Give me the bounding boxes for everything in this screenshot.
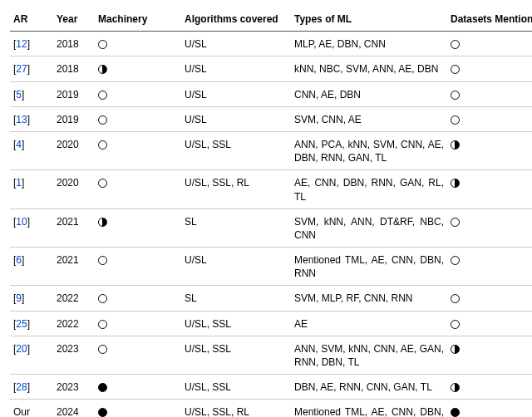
cell-datasets [447, 170, 532, 208]
table-row: [6]2021U/SLMentioned TML, AE, CNN, DBN, … [10, 248, 532, 286]
cell-algorithms: U/SL [181, 248, 291, 286]
harvey-ball-empty-icon [451, 320, 460, 329]
cell-year: 2021 [53, 248, 95, 286]
cell-ar: [12] [10, 32, 53, 56]
harvey-ball-empty-icon [451, 40, 460, 49]
cell-machinery [95, 375, 181, 400]
cell-ar: [10] [10, 208, 53, 247]
cell-year: 2022 [53, 311, 95, 336]
reference-link[interactable]: 25 [16, 318, 27, 330]
table-row: [20]2023U/SL, SSLANN, SVM, kNN, CNN, AE,… [10, 336, 532, 374]
cell-algorithms: SL [181, 286, 291, 311]
cell-year: 2020 [53, 131, 95, 169]
cell-year: 2023 [53, 375, 95, 400]
cell-machinery [95, 56, 181, 81]
table-row: [12]2018U/SLMLP, AE, DBN, CNN [10, 32, 532, 56]
cell-algorithms: U/SL, SSL [181, 131, 291, 169]
header-row: AR Year Machinery Algorithms covered Typ… [10, 7, 532, 32]
harvey-ball-half-icon [451, 383, 460, 392]
cell-algorithms: U/SL, SSL [181, 336, 291, 374]
cell-machinery [95, 106, 181, 131]
harvey-ball-full-icon [98, 408, 107, 417]
cell-year: 2018 [53, 56, 95, 81]
reference-link[interactable]: 13 [16, 114, 27, 125]
cell-datasets [447, 56, 532, 81]
cell-machinery [95, 336, 181, 374]
harvey-ball-empty-icon [98, 40, 107, 49]
cell-algorithms: SL [181, 208, 291, 247]
header-year: Year [53, 7, 95, 32]
harvey-ball-empty-icon [451, 256, 460, 265]
cell-types-ml: ANN, SVM, kNN, CNN, AE, GAN, RNN, DBN, T… [291, 336, 447, 374]
header-types-ml: Types of ML [291, 7, 447, 32]
table-row: [4]2020U/SL, SSLANN, PCA, kNN, SVM, CNN,… [10, 131, 532, 169]
reference-link[interactable]: 27 [16, 63, 27, 75]
cell-types-ml: DBN, AE, RNN, CNN, GAN, TL [291, 375, 447, 400]
cell-datasets [447, 248, 532, 286]
cell-types-ml: AE [291, 311, 447, 336]
cell-types-ml: SVM, CNN, AE [291, 106, 447, 131]
cell-year: 2019 [53, 106, 95, 131]
cell-types-ml: CNN, AE, DBN [291, 81, 447, 106]
harvey-ball-empty-icon [98, 91, 107, 100]
reference-link[interactable]: 1 [16, 177, 22, 189]
harvey-ball-half-icon [451, 345, 460, 354]
cell-ar: [6] [10, 248, 53, 286]
cell-machinery [95, 248, 181, 286]
reference-link[interactable]: 20 [16, 343, 27, 355]
reference-link[interactable]: 6 [16, 254, 22, 266]
harvey-ball-full-icon [98, 383, 107, 392]
header-machinery: Machinery [95, 7, 181, 32]
cell-datasets [447, 106, 532, 131]
reference-label: Our Review [13, 406, 46, 417]
cell-types-ml: Mentioned TML, AE, CNN, DBN, RNN, GAN, R… [291, 400, 447, 417]
cell-ar: Our Review [10, 400, 53, 417]
cell-year: 2023 [53, 336, 95, 374]
cell-machinery [95, 311, 181, 336]
cell-algorithms: U/SL [181, 56, 291, 81]
cell-ar: [5] [10, 81, 53, 106]
cell-year: 2024 [53, 400, 95, 417]
reference-link[interactable]: 10 [16, 216, 27, 228]
cell-datasets [447, 81, 532, 106]
cell-machinery [95, 81, 181, 106]
harvey-ball-half-icon [98, 65, 107, 74]
harvey-ball-half-icon [451, 179, 460, 188]
table-row: [10]2021SLSVM, kNN, ANN, DT&RF, NBC, CNN [10, 208, 532, 247]
cell-datasets [447, 311, 532, 336]
cell-year: 2019 [53, 81, 95, 106]
cell-machinery [95, 400, 181, 417]
reference-link[interactable]: 12 [16, 38, 27, 50]
table-row: Our Review2024U/SL, SSL, RLMentioned TML… [10, 400, 532, 417]
harvey-ball-half-icon [98, 218, 107, 227]
table-row: [25]2022U/SL, SSLAE [10, 311, 532, 336]
cell-machinery [95, 286, 181, 311]
harvey-ball-empty-icon [451, 91, 460, 100]
header-datasets: Datasets Mentioned [447, 7, 532, 32]
comparison-table: AR Year Machinery Algorithms covered Typ… [10, 7, 532, 417]
reference-link[interactable]: 9 [16, 292, 22, 304]
harvey-ball-empty-icon [451, 294, 460, 303]
cell-ar: [13] [10, 106, 53, 131]
reference-link[interactable]: 5 [16, 89, 22, 101]
header-algorithms: Algorithms covered [181, 7, 291, 32]
cell-ar: [25] [10, 311, 53, 336]
header-ar: AR [10, 7, 53, 32]
cell-algorithms: U/SL [181, 32, 291, 56]
cell-algorithms: U/SL, SSL, RL [181, 170, 291, 208]
cell-machinery [95, 170, 181, 208]
cell-datasets [447, 32, 532, 56]
cell-ar: [4] [10, 131, 53, 169]
reference-link[interactable]: 28 [16, 381, 27, 393]
cell-datasets [447, 131, 532, 169]
reference-link[interactable]: 4 [16, 139, 22, 150]
cell-ar: [28] [10, 375, 53, 400]
cell-types-ml: Mentioned TML, AE, CNN, DBN, RNN [291, 248, 447, 286]
cell-datasets [447, 286, 532, 311]
harvey-ball-empty-icon [451, 115, 460, 125]
cell-algorithms: U/SL [181, 106, 291, 131]
cell-types-ml: MLP, AE, DBN, CNN [291, 32, 447, 56]
harvey-ball-empty-icon [451, 218, 460, 227]
cell-year: 2020 [53, 170, 95, 208]
cell-year: 2022 [53, 286, 95, 311]
